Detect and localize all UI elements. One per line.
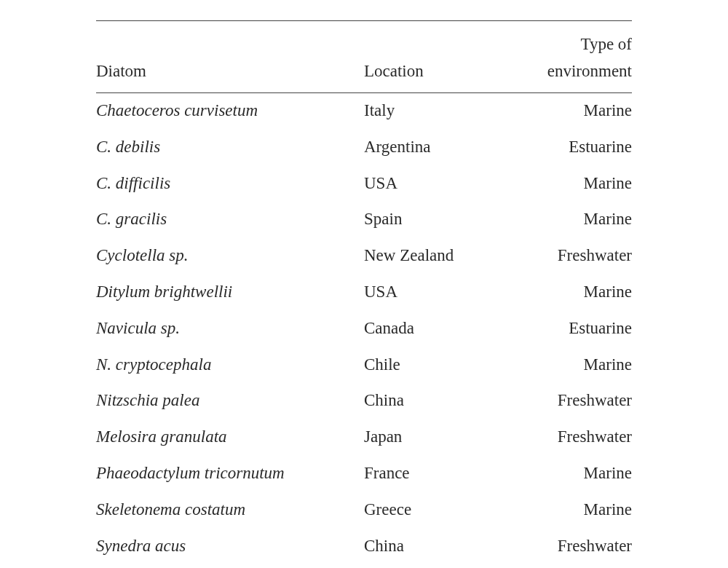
- cell-diatom: Synedra acus: [96, 528, 364, 564]
- cell-location: USA: [364, 165, 503, 202]
- cell-diatom: Thalassiosira nordenskioldii: [96, 564, 364, 568]
- cell-diatom: Phaeodactylum tricornutum: [96, 456, 364, 492]
- cell-diatom: Navicula sp.: [96, 310, 364, 347]
- table-row: Synedra acusChinaFreshwater: [96, 528, 632, 564]
- table-row: Navicula sp.CanadaEstuarine: [96, 310, 632, 347]
- cell-environment: Marine: [503, 275, 632, 311]
- table-row: Skeletonema costatumGreeceMarine: [96, 492, 632, 528]
- diatom-table: Diatom Location Type of environment Chae…: [96, 20, 632, 568]
- cell-diatom: N. cryptocephala: [96, 347, 364, 383]
- cell-location: Chile: [364, 347, 503, 383]
- cell-environment: Freshwater: [503, 419, 632, 456]
- cell-location: USA: [364, 275, 503, 311]
- table-row: Ditylum brightwelliiUSAMarine: [96, 275, 632, 311]
- cell-environment: Marine: [503, 93, 632, 130]
- cell-diatom: Nitzschia palea: [96, 383, 364, 419]
- cell-diatom: C. difficilis: [96, 165, 364, 202]
- cell-location: Greece: [364, 492, 503, 528]
- header-location: Location: [364, 21, 503, 92]
- table-row: Nitzschia paleaChinaFreshwater: [96, 383, 632, 419]
- cell-environment: Marine: [503, 202, 632, 238]
- table-row: Phaeodactylum tricornutumFranceMarine: [96, 456, 632, 492]
- table-header-row: Diatom Location Type of environment: [96, 21, 632, 92]
- table-row: Cyclotella sp.New ZealandFreshwater: [96, 238, 632, 275]
- cell-diatom: Melosira granulata: [96, 419, 364, 456]
- cell-environment: Marine: [503, 492, 632, 528]
- cell-environment: Estuarine: [503, 310, 632, 347]
- table-row: Thalassiosira nordenskioldiiCanadaEstuar…: [96, 564, 632, 568]
- header-diatom: Diatom: [96, 21, 364, 92]
- table-row: Chaetoceros curvisetumItalyMarine: [96, 93, 632, 130]
- cell-location: Italy: [364, 93, 503, 130]
- cell-location: Spain: [364, 202, 503, 238]
- cell-environment: Freshwater: [503, 383, 632, 419]
- cell-location: Canada: [364, 564, 503, 568]
- cell-location: China: [364, 528, 503, 564]
- table-row: C. gracilisSpainMarine: [96, 202, 632, 238]
- cell-diatom: C. debilis: [96, 129, 364, 165]
- cell-environment: Freshwater: [503, 528, 632, 564]
- page-container: Diatom Location Type of environment Chae…: [0, 0, 728, 568]
- cell-environment: Marine: [503, 456, 632, 492]
- cell-diatom: Cyclotella sp.: [96, 238, 364, 275]
- table-row: Melosira granulataJapanFreshwater: [96, 419, 632, 456]
- cell-diatom: Chaetoceros curvisetum: [96, 93, 364, 130]
- header-environment: Type of environment: [503, 21, 632, 92]
- table-row: C. difficilisUSAMarine: [96, 165, 632, 202]
- header-environment-line1: Type of: [503, 31, 632, 58]
- cell-environment: Marine: [503, 347, 632, 383]
- table-body: Chaetoceros curvisetumItalyMarineC. debi…: [96, 93, 632, 568]
- cell-diatom: C. gracilis: [96, 202, 364, 238]
- table-row: C. debilisArgentinaEstuarine: [96, 129, 632, 165]
- cell-environment: Freshwater: [503, 238, 632, 275]
- cell-location: France: [364, 456, 503, 492]
- cell-location: Argentina: [364, 129, 503, 165]
- cell-environment: Marine: [503, 165, 632, 202]
- cell-environment: Estuarine: [503, 129, 632, 165]
- cell-environment: Estuarine: [503, 564, 632, 568]
- cell-location: Japan: [364, 419, 503, 456]
- header-environment-line2: environment: [503, 58, 632, 85]
- cell-location: China: [364, 383, 503, 419]
- cell-location: New Zealand: [364, 238, 503, 275]
- cell-location: Canada: [364, 310, 503, 347]
- cell-diatom: Skeletonema costatum: [96, 492, 364, 528]
- cell-diatom: Ditylum brightwellii: [96, 275, 364, 311]
- table-row: N. cryptocephalaChileMarine: [96, 347, 632, 383]
